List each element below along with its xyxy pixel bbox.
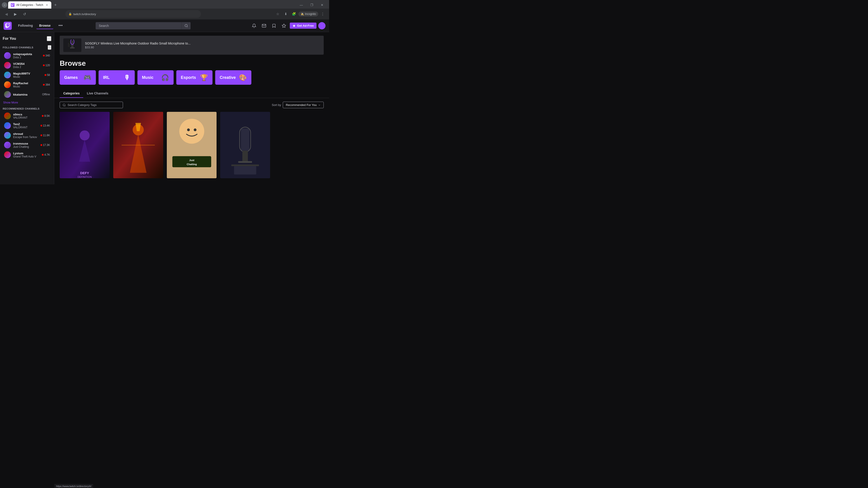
category-games-button[interactable]: Games 🎮 xyxy=(60,70,96,85)
sort-value: Recommended For You xyxy=(286,103,317,107)
search-button[interactable] xyxy=(182,22,191,29)
recommended-channels-label: RECOMMENDED CHANNELS xyxy=(3,107,39,110)
channel-info-rayrachel: RayRachel Music xyxy=(13,82,41,88)
avatar-tenz xyxy=(4,122,11,129)
browse-area: SOSOFLY Wireless Live Microphone Outdoor… xyxy=(54,32,329,184)
viewer-count: 340 xyxy=(45,54,50,57)
svg-point-10 xyxy=(80,130,90,140)
sidebar-item-shroud[interactable]: shroud Escape from Tarkov 11.8K xyxy=(1,131,53,140)
channel-viewers: 384 xyxy=(43,83,50,86)
show-more-button[interactable]: Show More xyxy=(0,99,54,105)
channel-info-s0mcs: s0mcs VALORANT xyxy=(13,113,39,119)
game-card-2[interactable]: Just Chatting xyxy=(167,112,217,178)
forward-button[interactable]: ▶ xyxy=(12,10,19,18)
nav-following[interactable]: Following xyxy=(16,22,35,29)
avatar-s0mcs xyxy=(4,112,11,119)
category-creative-button[interactable]: Creative 🎨 xyxy=(215,70,251,85)
main-content: For You ← FOLLOWED CHANNELS ⇅ solapsapdo… xyxy=(0,32,329,184)
bookmarks-button[interactable] xyxy=(270,22,278,30)
game-card-0[interactable]: DEFY DEFINITION xyxy=(60,112,110,178)
live-dot xyxy=(43,84,45,86)
get-ad-free-button[interactable]: Get Ad-Free xyxy=(290,23,316,29)
channel-info-solapsapdota: solapsapdota Dota 2 xyxy=(13,53,41,59)
download-button[interactable]: ⬇ xyxy=(282,10,289,18)
sidebar-item-kkatamina[interactable]: kkatamina Offline xyxy=(1,90,53,99)
url-input[interactable] xyxy=(73,12,198,16)
sidebar-item-magic899tv[interactable]: Magic899TV Music 58 xyxy=(1,70,53,80)
live-dot xyxy=(42,154,43,156)
sidebar-item-s0mcs[interactable]: s0mcs VALORANT 8.5K xyxy=(1,111,53,121)
category-search-input[interactable] xyxy=(68,103,120,107)
sidebar-collapse-button[interactable]: ← xyxy=(47,36,51,41)
extension-button[interactable]: 🧩 xyxy=(290,10,298,18)
avatar-solapsapdota xyxy=(4,52,11,59)
game-card-3[interactable] xyxy=(220,112,270,178)
channel-name: VCM354 xyxy=(13,62,41,66)
channel-game: Dota 2 xyxy=(13,66,41,69)
tab-categories[interactable]: Categories xyxy=(60,89,83,98)
sidebar-for-you-header: For You ← xyxy=(0,35,54,42)
svg-text:DEFY: DEFY xyxy=(80,171,89,175)
close-button[interactable]: ✕ xyxy=(317,1,327,8)
search-icon xyxy=(63,103,66,107)
sidebar-item-ironmouse[interactable]: ironmouse Just Chatting 17.3K xyxy=(1,140,53,150)
live-dot xyxy=(42,115,43,117)
category-music-button[interactable]: Music 🎧 xyxy=(137,70,174,85)
offline-label: Offline xyxy=(42,93,50,96)
category-esports-button[interactable]: Esports 🏆 xyxy=(176,70,213,85)
nav-browse[interactable]: Browse xyxy=(36,22,53,29)
sidebar-item-rayrachel[interactable]: RayRachel Music 384 xyxy=(1,80,53,90)
svg-marker-2 xyxy=(293,24,296,27)
menu-button[interactable]: ⋮ xyxy=(319,10,327,18)
sidebar-item-solapsapdota[interactable]: solapsapdota Dota 2 340 xyxy=(1,51,53,60)
svg-rect-26 xyxy=(238,161,252,163)
svg-text:Just: Just xyxy=(189,159,194,162)
tab-prev-button[interactable]: ‹ xyxy=(2,2,7,8)
sort-label: Sort by xyxy=(272,103,281,107)
back-button[interactable]: ◀ xyxy=(3,10,10,18)
ad-banner[interactable]: SOSOFLY Wireless Live Microphone Outdoor… xyxy=(60,36,324,55)
incognito-icon: 🕵 xyxy=(301,12,304,15)
channel-name: shroud xyxy=(13,132,38,135)
channel-info-tenz: TenZ VALORANT xyxy=(13,123,38,129)
refresh-button[interactable]: ↺ xyxy=(21,10,28,18)
channel-viewers: 58 xyxy=(44,73,50,76)
twitch-logo[interactable] xyxy=(4,22,12,30)
game-card-1[interactable] xyxy=(113,112,163,178)
svg-rect-27 xyxy=(231,164,259,166)
maximize-button[interactable]: ❐ xyxy=(307,1,317,8)
tab-live-channels[interactable]: Live Channels xyxy=(83,89,112,98)
tab-close-button[interactable]: ✕ xyxy=(45,3,49,7)
viewer-count: 384 xyxy=(45,83,50,86)
url-bar[interactable]: 🔒 xyxy=(65,10,201,18)
sidebar-item-vcm354[interactable]: VCM354 Dota 2 120 xyxy=(1,61,53,70)
category-label: IRL xyxy=(103,75,110,80)
incognito-label[interactable]: 🕵 Incognito xyxy=(298,11,318,17)
for-you-label: For You xyxy=(3,37,16,41)
svg-point-8 xyxy=(63,104,65,106)
sort-dropdown-button[interactable]: Recommended For You xyxy=(283,102,324,108)
sidebar-sort-button[interactable]: ⇅ xyxy=(48,45,51,50)
notifications-button[interactable] xyxy=(250,22,258,30)
inbox-button[interactable] xyxy=(260,22,268,30)
avatar-ironmouse xyxy=(4,142,11,149)
ad-text: SOSOFLY Wireless Live Microphone Outdoor… xyxy=(85,41,320,49)
search-input[interactable] xyxy=(96,22,191,29)
channel-viewers: 4.7K xyxy=(42,153,50,156)
sidebar-item-tenz[interactable]: TenZ VALORANT 13.4K xyxy=(1,121,53,130)
minimize-button[interactable]: — xyxy=(296,1,307,8)
new-tab-button[interactable]: + xyxy=(52,2,59,8)
crown-button[interactable] xyxy=(280,22,288,30)
category-search[interactable] xyxy=(60,102,123,108)
viewer-count: 17.3K xyxy=(43,143,50,147)
bookmark-button[interactable]: ☆ xyxy=(274,10,281,18)
active-tab[interactable]: All Categories - Twitch ✕ xyxy=(8,1,51,8)
sidebar: For You ← FOLLOWED CHANNELS ⇅ solapsapdo… xyxy=(0,32,54,184)
svg-rect-19 xyxy=(172,156,211,167)
user-avatar[interactable] xyxy=(318,22,326,29)
channel-name: Lysium xyxy=(13,152,39,155)
category-irl-button[interactable]: IRL 🎙 xyxy=(98,70,135,85)
header-more-button[interactable]: ••• xyxy=(57,22,64,29)
sidebar-item-lysium[interactable]: Lysium Grand Theft Auto V 4.7K xyxy=(1,150,53,160)
viewer-count: 11.8K xyxy=(43,134,50,137)
